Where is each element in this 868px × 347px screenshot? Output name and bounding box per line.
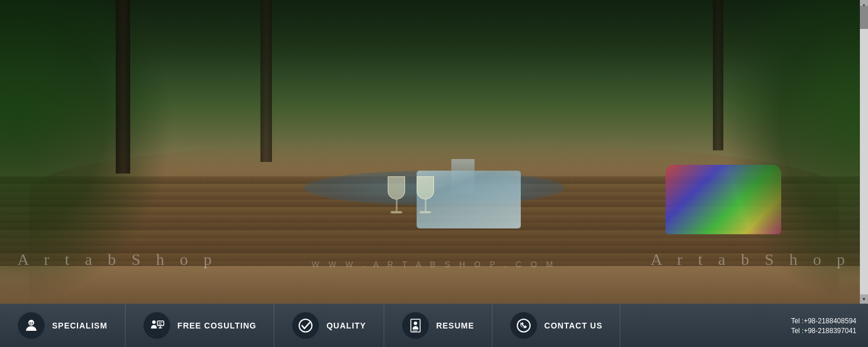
quality-label: QUALITY	[326, 321, 366, 330]
phone-2: Tel :+98-2188397041	[791, 327, 856, 335]
consulting-icon	[149, 318, 164, 333]
footer-specialism: EX SPECIALISM	[0, 304, 126, 347]
tree-trunk-2	[260, 0, 272, 162]
phone-icon-circle	[510, 312, 538, 339]
contact-us-label: CONTACT US	[545, 321, 603, 330]
free-consulting-label: FREE COSULTING	[178, 321, 257, 330]
tree-trunk-1	[116, 0, 130, 174]
svg-point-9	[299, 319, 312, 332]
glass-1	[388, 176, 405, 217]
specialism-icon-circle: EX	[17, 312, 45, 339]
scrollbar[interactable]: ▲ ▼	[860, 0, 868, 304]
phone-icon	[516, 318, 531, 333]
footer-free-consulting: FREE COSULTING	[126, 304, 275, 347]
watermark-left: A r t a b S h o p	[17, 250, 218, 269]
glass-2	[417, 176, 434, 217]
phone-numbers: Tel :+98-2188408594 Tel :+98-2188397041	[791, 317, 856, 335]
svg-rect-10	[411, 319, 420, 332]
phone-1: Tel :+98-2188408594	[791, 317, 856, 325]
quality-icon-circle	[292, 312, 319, 339]
wine-glasses	[388, 171, 480, 217]
document-icon	[408, 318, 423, 333]
watermark-right: A r t a b S h o p	[650, 250, 851, 269]
footer-bar: EX SPECIALISM FREE COSULTING	[0, 304, 868, 347]
resume-icon-circle	[402, 312, 429, 339]
footer-phone-block: Tel :+98-2188408594 Tel :+98-2188397041	[620, 304, 868, 347]
footer-quality: QUALITY	[274, 304, 384, 347]
watermark-center: W W W . A R T A B S H O P . C O M	[312, 260, 557, 269]
person-expert-icon: EX	[24, 318, 39, 333]
tree-trunk-3	[713, 0, 723, 150]
svg-point-11	[414, 322, 417, 325]
footer-contact-us: CONTACT US	[492, 304, 621, 347]
resume-label: RESUME	[436, 321, 475, 330]
checkmark-icon	[298, 318, 313, 333]
footer-resume: RESUME	[384, 304, 492, 347]
svg-point-2	[152, 320, 156, 324]
scroll-down-button[interactable]: ▼	[860, 294, 868, 304]
specialism-label: SPECIALISM	[52, 321, 108, 330]
hero-section: ▲ ▼ A r t a b S h o p W W W . A R T A B …	[0, 0, 868, 304]
scrollbar-thumb[interactable]	[860, 6, 868, 29]
consulting-icon-circle	[143, 312, 171, 339]
svg-text:EX: EX	[30, 322, 34, 325]
